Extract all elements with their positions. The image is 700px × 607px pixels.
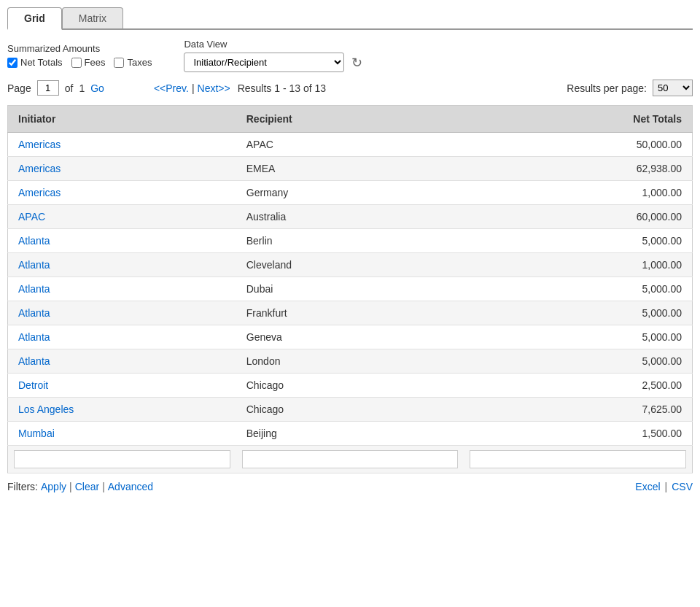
cell-net-totals: 60,000.00 — [464, 205, 692, 229]
filter-input-cell-2 — [464, 446, 692, 473]
cell-initiator: Atlanta — [8, 325, 236, 349]
filter-input-0[interactable] — [14, 450, 230, 468]
cell-net-totals: 1,000.00 — [464, 253, 692, 277]
tab-matrix[interactable]: Matrix — [62, 7, 123, 28]
table-row: AtlantaBerlin5,000.00 — [8, 229, 693, 253]
cell-net-totals: 5,000.00 — [464, 229, 692, 253]
cell-recipient: Dubai — [236, 277, 464, 301]
of-label: of — [65, 82, 74, 94]
results-info: Results 1 - 13 of 13 — [238, 82, 326, 94]
initiator-link[interactable]: Americas — [18, 187, 61, 198]
data-view-label: Data View — [184, 39, 364, 50]
data-view-select[interactable]: Initiator/Recipient Initiator Only Recip… — [184, 53, 344, 72]
filter-input-1[interactable] — [242, 450, 458, 468]
table-row: APACAustralia60,000.00 — [8, 205, 693, 229]
cell-recipient: Chicago — [236, 374, 464, 398]
cell-initiator: Atlanta — [8, 277, 236, 301]
go-link[interactable]: Go — [90, 82, 104, 94]
cell-recipient: Germany — [236, 181, 464, 205]
data-table: Initiator Recipient Net Totals AmericasA… — [7, 105, 693, 473]
net-totals-label: Net Totals — [20, 57, 63, 68]
cell-net-totals: 7,625.00 — [464, 398, 692, 422]
cell-initiator: Detroit — [8, 374, 236, 398]
initiator-link[interactable]: Atlanta — [18, 235, 50, 247]
filters-right: Excel | CSV — [635, 481, 693, 492]
checkboxes-group: Net Totals Fees Taxes — [7, 57, 152, 68]
controls-row: Summarized Amounts Net Totals Fees Taxes… — [7, 39, 693, 72]
page-label: Page — [7, 82, 31, 94]
net-totals-checkbox-label[interactable]: Net Totals — [7, 57, 63, 68]
table-row: AtlantaGeneva5,000.00 — [8, 325, 693, 349]
cell-recipient: EMEA — [236, 157, 464, 181]
table-row: AtlantaLondon5,000.00 — [8, 349, 693, 374]
cell-initiator: Atlanta — [8, 349, 236, 374]
initiator-link[interactable]: Atlanta — [18, 283, 50, 295]
apply-link[interactable]: Apply — [41, 481, 66, 492]
table-row: AmericasEMEA62,938.00 — [8, 157, 693, 181]
page-input[interactable] — [37, 80, 59, 96]
net-totals-checkbox[interactable] — [7, 58, 18, 68]
cell-initiator: Mumbai — [8, 422, 236, 446]
cell-initiator: Atlanta — [8, 253, 236, 277]
cell-initiator: Americas — [8, 181, 236, 205]
clear-link[interactable]: Clear — [75, 481, 99, 492]
cell-net-totals: 5,000.00 — [464, 325, 692, 349]
cell-initiator: Atlanta — [8, 229, 236, 253]
col-recipient: Recipient — [236, 106, 464, 133]
taxes-checkbox-label[interactable]: Taxes — [114, 57, 152, 68]
tab-grid[interactable]: Grid — [7, 7, 62, 30]
summarized-section: Summarized Amounts Net Totals Fees Taxes — [7, 43, 152, 68]
total-pages: 1 — [79, 82, 85, 94]
filter-input-cell-0 — [8, 446, 236, 473]
cell-recipient: Cleveland — [236, 253, 464, 277]
filter-inputs-row — [8, 446, 693, 473]
initiator-link[interactable]: Atlanta — [18, 355, 50, 367]
cell-initiator: Atlanta — [8, 301, 236, 325]
taxes-label: Taxes — [127, 57, 152, 68]
per-page-label: Results per page: — [567, 82, 647, 94]
cell-net-totals: 5,000.00 — [464, 349, 692, 374]
table-row: Los AngelesChicago7,625.00 — [8, 398, 693, 422]
cell-recipient: Frankfurt — [236, 301, 464, 325]
filter-input-cell-1 — [236, 446, 464, 473]
filters-footer: Filters: Apply | Clear | Advanced Excel … — [7, 481, 693, 492]
cell-net-totals: 5,000.00 — [464, 301, 692, 325]
data-view-row: Initiator/Recipient Initiator Only Recip… — [184, 53, 364, 72]
advanced-link[interactable]: Advanced — [108, 481, 153, 492]
cell-initiator: Americas — [8, 133, 236, 157]
initiator-link[interactable]: Detroit — [18, 379, 48, 391]
initiator-link[interactable]: Los Angeles — [18, 403, 74, 415]
filter-input-2[interactable] — [470, 450, 686, 468]
filters-left: Filters: Apply | Clear | Advanced — [7, 481, 153, 492]
nav-links: <<Prev. | Next>> Results 1 - 13 of 13 — [154, 82, 326, 94]
table-row: DetroitChicago2,500.00 — [8, 374, 693, 398]
summarized-label: Summarized Amounts — [7, 43, 152, 54]
nav-pipe: | — [192, 82, 195, 94]
cell-recipient: Chicago — [236, 398, 464, 422]
initiator-link[interactable]: Mumbai — [18, 428, 55, 439]
table-row: AtlantaDubai5,000.00 — [8, 277, 693, 301]
cell-net-totals: 1,500.00 — [464, 422, 692, 446]
initiator-link[interactable]: Atlanta — [18, 331, 50, 343]
filters-label: Filters: — [7, 481, 38, 492]
fees-checkbox-label[interactable]: Fees — [71, 57, 106, 68]
pagination-row: Page of 1 Go <<Prev. | Next>> Results 1 … — [7, 80, 693, 96]
cell-initiator: APAC — [8, 205, 236, 229]
csv-link[interactable]: CSV — [672, 481, 693, 492]
table-row: AmericasAPAC50,000.00 — [8, 133, 693, 157]
initiator-link[interactable]: APAC — [18, 211, 45, 223]
table-row: AmericasGermany1,000.00 — [8, 181, 693, 205]
cell-initiator: Americas — [8, 157, 236, 181]
next-link[interactable]: Next>> — [198, 82, 230, 94]
initiator-link[interactable]: Americas — [18, 163, 61, 174]
per-page-select[interactable]: 50 25 100 — [653, 80, 693, 96]
initiator-link[interactable]: Americas — [18, 139, 61, 150]
initiator-link[interactable]: Atlanta — [18, 307, 50, 319]
initiator-link[interactable]: Atlanta — [18, 259, 50, 271]
prev-link[interactable]: <<Prev. — [154, 82, 189, 94]
refresh-button[interactable]: ↻ — [350, 53, 364, 72]
cell-net-totals: 2,500.00 — [464, 374, 692, 398]
fees-checkbox[interactable] — [71, 58, 82, 68]
excel-link[interactable]: Excel — [635, 481, 660, 492]
taxes-checkbox[interactable] — [114, 58, 124, 68]
